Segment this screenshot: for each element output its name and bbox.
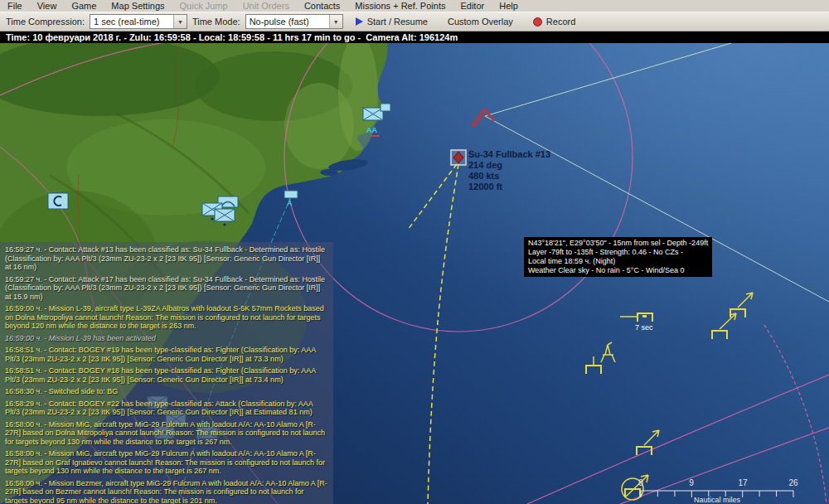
chevron-down-icon[interactable]: ▼ [329, 15, 342, 28]
cursor-info-box: N43°18'21", E29°03'50" - 15nm from sel -… [524, 237, 712, 277]
toolbar: Time Compression: 1 sec (real-time) ▼ Ti… [0, 12, 829, 32]
cursor-layer-line: Layer -79ft to -135ft - Strength: 0.46 -… [528, 248, 708, 257]
air-contact-icon[interactable] [712, 313, 736, 339]
platform-icon[interactable] [601, 342, 615, 362]
menu-map-settings[interactable]: Map Settings [104, 1, 172, 11]
start-resume-button[interactable]: Start / Resume [348, 15, 435, 28]
log-entry: 16:58:30 ч. - Switched side to: BG [5, 387, 328, 396]
time-mode-select[interactable]: No-pulse (fast) ▼ [245, 14, 343, 29]
hostile-contact-icon[interactable] [473, 109, 494, 126]
time-status-bar: Time: 10 февруари 2018 г. - Zulu: 16:59:… [0, 32, 829, 43]
menu-contacts[interactable]: Contacts [297, 1, 347, 11]
time-status-text: Time: 10 февруари 2018 г. - Zulu: 16:59:… [6, 32, 458, 42]
cursor-weather-line: Weather Clear sky - No rain - 5°C - Wind… [528, 266, 708, 275]
custom-overlay-label: Custom Overlay [448, 17, 513, 27]
record-icon [533, 17, 542, 27]
unit-course: 214 deg [468, 160, 550, 171]
log-entry: 16:58:00 ч. - Mission MiG, aircraft type… [5, 449, 328, 476]
air-contact-icon[interactable] [620, 313, 652, 322]
time-compression-label: Time Compression: [6, 17, 85, 27]
menu-game[interactable]: Game [64, 1, 104, 11]
time-mode-value: No-pulse (fast) [250, 17, 309, 27]
time-compression-select[interactable]: 1 sec (real-time) ▼ [90, 14, 187, 29]
unit-dot [211, 217, 213, 220]
aa-unit-label: AA [366, 126, 377, 134]
selected-unit-icon[interactable] [451, 150, 466, 165]
scale-tick-17: 17 [738, 478, 748, 487]
unit-altitude: 12000 ft [468, 182, 550, 192]
menu-editor[interactable]: Editor [453, 1, 492, 11]
menu-unit-orders: Unit Orders [235, 1, 297, 11]
menu-view[interactable]: View [30, 1, 65, 11]
time-to-waypoint-label: 7 sec [635, 323, 653, 332]
ground-unit-icon[interactable] [381, 104, 390, 111]
scale-tick-0: 0 [638, 478, 643, 487]
play-icon [356, 17, 363, 26]
air-contact-icon[interactable] [586, 356, 601, 374]
record-label: Record [546, 17, 575, 27]
scale-tick-9: 9 [689, 478, 694, 487]
log-entry: 16:58:00 ч. - Mission Bezmer, aircraft t… [5, 479, 328, 504]
log-entry: 16:59:00 ч. - Mission L-39 has been acti… [5, 334, 328, 343]
time-mode-label: Time Mode: [192, 17, 240, 27]
menu-bar: File View Game Map Settings Quick Jump U… [0, 0, 829, 12]
scale-tick-26: 26 [788, 478, 798, 487]
log-entry: 16:59:00 ч. - Mission L-39, aircraft typ… [5, 304, 328, 331]
log-entry: 16:59:27 ч. - Contact: Attack #17 has be… [5, 275, 328, 302]
scale-bar: 0 9 17 26 Nautical miles [638, 478, 798, 504]
menu-file[interactable]: File [0, 1, 30, 11]
selected-unit-datablock: Su-34 Fullback #13 214 deg 480 kts 12000… [468, 149, 550, 192]
route-line [408, 164, 458, 504]
ground-unit-icon[interactable] [215, 209, 235, 221]
chevron-down-icon[interactable]: ▼ [173, 15, 187, 28]
unit-speed: 480 kts [468, 171, 550, 182]
log-entry: 16:59:27 ч. - Contact: Attack #13 has be… [5, 245, 328, 272]
scale-unit-label: Nautical miles [694, 496, 741, 504]
highlighted-contact-icon[interactable] [622, 475, 648, 500]
unit-dot [223, 223, 225, 225]
menu-missions-ref-points[interactable]: Missions + Ref. Points [347, 1, 453, 11]
air-defense-unit-icon[interactable] [363, 108, 383, 120]
cursor-position-line: N43°18'21", E29°03'50" - 15nm from sel -… [528, 239, 708, 248]
log-entry: 16:58:51 ч. - Contact: BOGEY #19 has bee… [5, 346, 328, 363]
time-compression-value: 1 sec (real-time) [94, 17, 159, 27]
a-unit-label: A [287, 199, 293, 207]
menu-help[interactable]: Help [492, 1, 526, 11]
message-log[interactable]: 16:59:27 ч. - Contact: Attack #13 has be… [0, 242, 333, 504]
log-entry: 16:58:00 ч. - Mission MiG, aircraft type… [5, 420, 328, 447]
unit-name: Su-34 Fullback #13 [468, 149, 550, 160]
menu-quick-jump: Quick Jump [172, 1, 235, 11]
log-entry: 16:58:51 ч. - Contact: BOGEY #18 has bee… [5, 366, 328, 384]
facility-icon[interactable] [48, 193, 68, 209]
cursor-localtime-line: Local time 18:59 ч. (Night) [528, 257, 708, 266]
ground-unit-icon[interactable] [284, 191, 298, 198]
start-resume-label: Start / Resume [367, 17, 428, 27]
log-entry: 16:58:29 ч. - Contact: BOGEY #22 has bee… [5, 400, 328, 417]
record-button[interactable]: Record [526, 15, 583, 28]
custom-overlay-button[interactable]: Custom Overlay [440, 15, 521, 28]
yellow-contacts [586, 293, 753, 500]
